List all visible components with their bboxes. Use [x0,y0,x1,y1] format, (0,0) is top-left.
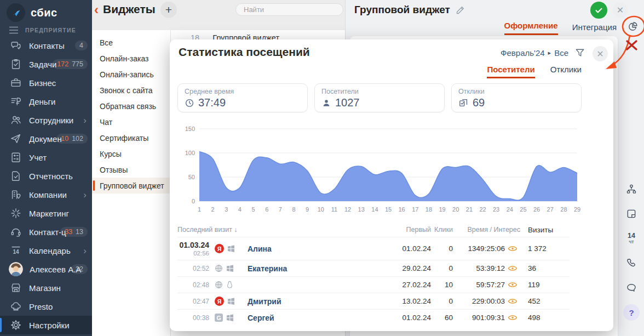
visitor-name[interactable]: Екатерина [239,264,382,273]
table-row[interactable]: 01.03.2402:56ЯАлина01.02.2401349:25:061 … [177,237,570,260]
table-row[interactable]: 02:4827.02.241059:57:27119 [177,276,570,293]
back-arrow-icon[interactable]: ‹ [94,2,99,18]
chevron-right-icon[interactable]: › [83,246,88,255]
svg-text:24: 24 [507,206,513,213]
badge: 32 [71,264,88,274]
stat-card-visitors[interactable]: Посетители 1027 [314,83,445,112]
search-input[interactable] [236,4,343,15]
calendar-widget-icon[interactable]: 14 чт [623,230,640,247]
spark-icon [9,207,22,220]
sidebar-item-magazin[interactable]: Магазин [0,278,92,297]
notes-icon[interactable] [623,206,640,222]
stat-value: 1027 [335,96,360,109]
interest-eye-icon[interactable] [505,314,520,321]
sidebar-item-biznes[interactable]: Бизнес [0,73,92,92]
filter-item[interactable]: Курсы [92,146,170,162]
interest-eye-icon[interactable] [505,298,520,305]
filter-item[interactable]: Сертификаты [92,130,170,146]
calendar-day: 14 [628,233,635,239]
sidebar-item-marketing[interactable]: Маркетинг [0,204,92,223]
col-first[interactable]: Первый [382,226,431,234]
sidebar-item-kontakt-centr[interactable]: Контакт-ц3313 [0,223,92,241]
modal-close-button[interactable]: ✕ [593,46,608,61]
stat-label: Посетители [321,88,438,95]
calc-icon [9,151,22,164]
tab-integraciya[interactable]: Интеграция [572,22,617,35]
chef-icon [9,300,22,313]
confirm-button[interactable] [590,2,607,19]
sidebar-item-kalendar[interactable]: 14Календарь› [0,241,92,260]
source-icons: G [209,314,239,322]
sidebar-item-presto[interactable]: Presto [0,297,92,316]
chat-bubble-icon[interactable] [623,280,640,296]
phone-icon[interactable] [623,255,640,271]
sidebar-item-nastroyki[interactable]: Настройки [0,316,92,334]
period-selector[interactable]: Февраль'24 ▸ Все [501,48,568,58]
col-visits[interactable]: Визиты [520,226,570,234]
filter-funnel-icon[interactable] [575,48,585,58]
sidebar-item-otchetnost[interactable]: Отчетность [0,167,92,185]
filter-item[interactable]: Групповой виджет [92,178,170,193]
sidebar-item-uchet[interactable]: Учет [0,148,92,167]
svg-text:23: 23 [493,206,499,213]
col-time-interest[interactable]: Время / Интерес [453,226,520,234]
svg-text:22: 22 [479,206,486,213]
svg-text:29: 29 [574,206,580,213]
visitors-table: Последний визит ↓ Первый Клики Время / И… [177,223,570,326]
statistics-pie-icon[interactable] [625,19,640,34]
chevron-right-icon[interactable]: › [83,116,88,125]
filter-item[interactable]: Онлайн-запись [92,66,170,82]
chevron-right-icon[interactable]: › [83,190,88,200]
filter-item[interactable]: Чат [92,114,170,130]
svg-text:50: 50 [188,174,195,180]
visitor-name[interactable]: Дмитрий [239,297,382,306]
table-row[interactable]: 00:38GСергей01.02.2460901:09:31498 [177,309,570,326]
tab-oformlenie[interactable]: Оформление [504,21,558,35]
interest-eye-icon[interactable] [505,265,520,272]
close-editor-button[interactable]: ✕ [613,3,628,18]
svg-text:4: 4 [238,206,242,213]
sidebar-item-dokumenty[interactable]: Докумен10102 [0,129,92,148]
visit-time: 02:56 [177,250,209,257]
sidebar-item-dengi[interactable]: Деньги [0,92,92,111]
col-clicks[interactable]: Клики [431,226,453,234]
filter-item[interactable]: Отзывы [92,162,170,178]
windows-icon [227,244,235,253]
tab-otkliki[interactable]: Отклики [550,65,582,78]
sidebar-item-kompanii[interactable]: Компании› [0,185,92,204]
duration-cell: 53:39:12 [453,264,505,272]
badge: 172775 [53,59,88,69]
stat-card-avg-time[interactable]: Среднее время 37:49 [177,83,308,112]
badge-count: 102 [72,135,83,143]
col-last-visit[interactable]: Последний визит ↓ [177,226,382,234]
svg-text:2: 2 [211,206,215,213]
first-visit-cell: 01.02.24 [382,244,431,253]
filter-item[interactable]: Все [92,35,170,50]
help-button[interactable]: ? [623,304,640,321]
interest-eye-icon[interactable] [505,281,520,288]
visitor-name[interactable]: Алина [239,244,382,253]
sidebar-item-zadachi[interactable]: Задачи172775 [0,55,92,73]
visitor-name[interactable]: Сергей [239,314,382,322]
brand-row[interactable]: сбис [0,0,92,24]
svg-text:18: 18 [426,206,432,213]
table-row[interactable]: 02:52Екатерина29.02.24053:39:1236 [177,260,570,276]
table-row[interactable]: 02:47ЯДмитрий13.02.240229:00:03452 [177,293,570,309]
add-widget-button[interactable]: + [160,2,177,18]
sort-desc-icon[interactable]: ↓ [234,226,237,234]
edit-pencil-icon[interactable] [456,5,465,15]
page-title: Виджеты [103,3,156,16]
editor-title: Групповой виджет [354,4,450,16]
filter-item[interactable]: Звонок с сайта [92,82,170,98]
tab-posetiteli[interactable]: Посетители [487,65,534,78]
sidebar-item-sotrudniki[interactable]: Сотрудники› [0,111,92,129]
org-row[interactable]: ПРЕДПРИЯТИЕ [0,24,92,36]
org-structure-icon[interactable] [623,181,640,197]
filter-item[interactable]: Обратная связь [92,98,170,114]
sidebar-item-kontakty[interactable]: Контакты4 [0,36,92,55]
stat-card-responses[interactable]: Отклики 69 [451,83,582,112]
menu-icon[interactable] [9,26,19,34]
filter-item[interactable]: Онлайн-заказ [92,50,170,66]
sidebar-item-user[interactable]: Алексеев А.А32 [0,260,92,278]
interest-eye-icon[interactable] [505,245,520,252]
